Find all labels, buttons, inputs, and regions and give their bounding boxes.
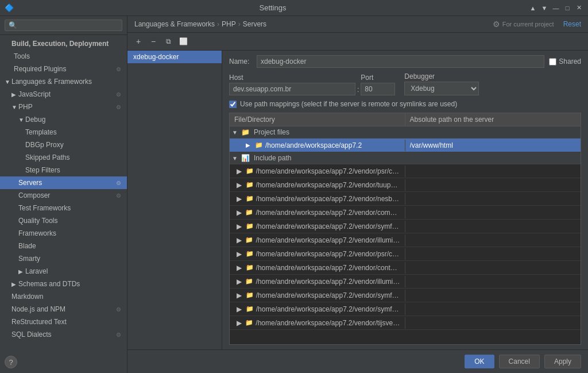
host-input[interactable] [229, 83, 355, 95]
include-left: ▶ 📁 /home/andre/workspace/app7.2/vendor/… [230, 262, 405, 274]
include-right [405, 211, 581, 214]
server-list-item[interactable]: xdebug-docker [127, 51, 222, 63]
sidebar-item-tools[interactable]: Tools [0, 50, 127, 63]
badge-icon: ⚙ [114, 330, 122, 339]
apply-button[interactable]: Apply [544, 355, 581, 368]
title-bar: 🔷 Settings ▲ ▼ — □ ✕ [0, 0, 588, 16]
sidebar-item-composer[interactable]: Composer ⚙ [0, 189, 127, 202]
include-row[interactable]: ▶ 📁 /home/andre/workspace/app7.2/vendor/… [230, 316, 581, 330]
port-group: Port [361, 74, 395, 95]
sidebar-item-step-filters[interactable]: Step Filters [0, 164, 127, 176]
folder-icon: 📁 [245, 236, 253, 244]
sidebar-item-templates[interactable]: Templates [0, 126, 127, 139]
sidebar-item-javascript[interactable]: ▶ JavaScript ⚙ [0, 88, 127, 101]
expand-arrow-icon: ▶ [18, 268, 25, 275]
add-server-button[interactable]: + [132, 35, 145, 48]
include-left: ▶ 📁 /home/andre/workspace/app7.2/vendor/… [230, 193, 405, 205]
include-right [405, 183, 581, 187]
row-arrow: ▶ [237, 222, 243, 230]
include-row[interactable]: ▶ 📁 /home/andre/workspace/app7.2/vendor/… [230, 164, 581, 178]
include-row[interactable]: ▶ 📁 /home/andre/workspace/app7.2/vendor/… [230, 206, 581, 220]
include-row[interactable]: ▶ 📁 /home/andre/workspace/app7.2/vendor/… [230, 192, 581, 206]
row-arrow: ▶ [237, 291, 243, 299]
ok-button[interactable]: OK [465, 355, 494, 368]
reset-button[interactable]: Reset [563, 20, 581, 28]
include-row[interactable]: ▶ 📁 /home/andre/workspace/app7.2/vendor/… [230, 233, 581, 247]
row-arrow: ▶ [237, 278, 243, 286]
include-row[interactable]: ▶ 📁 /home/andre/workspace/app7.2/vendor/… [230, 289, 581, 302]
sidebar-item-dbgp-proxy[interactable]: DBGp Proxy [0, 139, 127, 151]
row-arrow: ▶ [237, 305, 243, 313]
badge-icon: ⚙ [114, 65, 122, 73]
separator-icon: › [238, 20, 241, 28]
sidebar-item-nodejs-npm[interactable]: Node.js and NPM ⚙ [0, 303, 127, 316]
sidebar-item-servers[interactable]: Servers ⚙ [0, 176, 127, 189]
include-row[interactable]: ▶ 📁 /home/andre/workspace/app7.2/vendor/… [230, 302, 581, 316]
sidebar-item-schemas-dtds[interactable]: ▶ Schemas and DTDs [0, 278, 127, 290]
include-right [405, 280, 581, 283]
nav-up-btn[interactable]: ▲ [528, 3, 537, 13]
sidebar-item-sql-dialects[interactable]: SQL Dialects ⚙ [0, 328, 127, 341]
folder-icon: 📁 [245, 319, 253, 326]
sidebar-item-smarty[interactable]: Smarty [0, 252, 127, 265]
sidebar-item-blade[interactable]: Blade [0, 240, 127, 252]
sidebar-item-restructured-text[interactable]: ReStructured Text [0, 316, 127, 328]
row-arrow: ▶ [237, 319, 243, 327]
copy-server-button[interactable]: ⧉ [162, 35, 175, 48]
include-row[interactable]: ▶ 📁 /home/andre/workspace/app7.2/vendor/… [230, 220, 581, 233]
cancel-button[interactable]: Cancel [499, 355, 540, 368]
search-box [0, 16, 127, 35]
include-left: ▶ 📁 /home/andre/workspace/app7.2/vendor/… [230, 179, 405, 191]
include-left: ▶ 📁 /home/andre/workspace/app7.2/vendor/… [230, 221, 405, 232]
section-include-path[interactable]: ▼ 📊 Include path [230, 152, 581, 164]
mapping-row[interactable]: ▶ 📁 /home/andre/workspace/app7.2 /var/ww… [230, 139, 581, 152]
sidebar-item-build[interactable]: Build, Execution, Deployment [0, 37, 127, 50]
folder-icon: 📁 [246, 291, 254, 299]
shared-checkbox[interactable] [549, 58, 556, 66]
help-button[interactable]: ? [5, 356, 17, 368]
folder-icon: 📁 [245, 278, 253, 285]
include-row[interactable]: ▶ 📁 /home/andre/workspace/app7.2/vendor/… [230, 261, 581, 275]
debugger-select[interactable]: Xdebug Zend Debugger [404, 82, 479, 95]
remove-server-button[interactable]: − [147, 35, 160, 48]
folder-icon: 📁 [255, 141, 263, 149]
sidebar-item-required-plugins[interactable]: Required Plugins ⚙ [0, 63, 127, 75]
include-row[interactable]: ▶ 📁 /home/andre/workspace/app7.2/vendor/… [230, 275, 581, 289]
window-title: Settings [17, 3, 528, 12]
mapping-left: ▶ 📁 /home/andre/workspace/app7.2 [230, 140, 405, 151]
row-arrow: ▶ [237, 236, 243, 244]
sidebar-item-laravel[interactable]: ▶ Laravel [0, 265, 127, 278]
minimize-btn[interactable]: — [551, 3, 560, 13]
project-info: ⚙ For current project [493, 20, 554, 29]
sidebar-item-test-frameworks[interactable]: Test Frameworks [0, 202, 127, 214]
sidebar-item-languages[interactable]: ▼ Languages & Frameworks [0, 75, 127, 88]
name-input[interactable] [257, 55, 544, 68]
sidebar-item-php[interactable]: ▼ PHP ⚙ [0, 101, 127, 113]
include-row[interactable]: ▶ 📁 /home/andre/workspace/app7.2/vendor/… [230, 247, 581, 261]
maximize-btn[interactable]: □ [563, 3, 572, 13]
include-left: ▶ 📁 /home/andre/workspace/app7.2/vendor/… [230, 290, 405, 301]
host-label: Host [229, 74, 355, 82]
mappings-table: File/Directory Absolute path on the serv… [229, 113, 581, 345]
name-label: Name: [229, 57, 252, 66]
path-mappings-checkbox[interactable] [229, 101, 237, 108]
include-right [405, 239, 581, 242]
port-input[interactable] [361, 83, 395, 95]
debugger-label: Debugger [404, 72, 479, 80]
window-controls: ▲ ▼ — □ ✕ [528, 3, 583, 13]
folder-icon: 📁 [246, 167, 254, 175]
close-btn[interactable]: ✕ [574, 3, 583, 13]
search-input[interactable] [5, 20, 122, 31]
sidebar-item-markdown[interactable]: Markdown [0, 290, 127, 303]
include-row[interactable]: ▶ 📁 /home/andre/workspace/app7.2/vendor/… [230, 178, 581, 192]
path-mappings-row: Use path mappings (select if the server … [229, 100, 581, 108]
include-left: ▶ 📁 /home/andre/workspace/app7.2/vendor/… [230, 317, 405, 329]
sidebar-item-skipped-paths[interactable]: Skipped Paths [0, 151, 127, 164]
section-project-files[interactable]: ▼ 📁 Project files [230, 126, 581, 139]
folder-icon: 📁 [241, 128, 250, 136]
sidebar-item-quality-tools[interactable]: Quality Tools [0, 214, 127, 227]
sidebar-item-debug[interactable]: ▼ Debug [0, 113, 127, 126]
nav-down-btn[interactable]: ▼ [540, 3, 549, 13]
sidebar-item-frameworks[interactable]: Frameworks [0, 227, 127, 240]
export-server-button[interactable]: ⬜ [177, 35, 189, 48]
